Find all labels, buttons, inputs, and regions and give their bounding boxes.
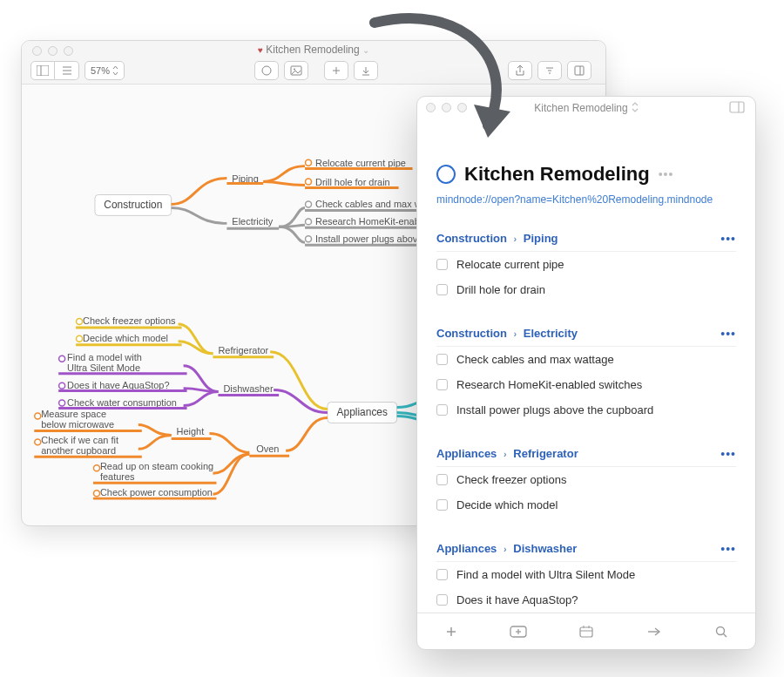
- node-construction[interactable]: Construction: [104, 199, 162, 211]
- zoom-dot[interactable]: [457, 103, 467, 112]
- view-mode-segment: [30, 61, 84, 80]
- heading-appliances-dishwasher[interactable]: Appliances › Dishwasher •••: [436, 542, 736, 562]
- task-title: Drill hole for drain: [456, 283, 545, 296]
- leaf-check-freezer[interactable]: Check freezer options: [83, 315, 176, 326]
- chevron-right-icon: ›: [514, 234, 517, 244]
- task-checkbox[interactable]: [436, 594, 448, 606]
- download-icon-button[interactable]: [354, 61, 378, 80]
- task-row[interactable]: Check freezer options: [436, 467, 736, 492]
- leaf-power-cons[interactable]: Check power consumption: [100, 487, 213, 498]
- heading-menu-icon[interactable]: •••: [720, 232, 736, 246]
- leaf-ultra-silent-l1[interactable]: Find a model with: [67, 352, 142, 362]
- leaf-relocate-pipe[interactable]: Relocate current pipe: [315, 158, 406, 168]
- node-dishwasher[interactable]: Dishwasher: [223, 383, 273, 394]
- task-row[interactable]: Install power plugs above the cupboard: [436, 397, 736, 423]
- task-row[interactable]: Does it have AquaStop?: [436, 587, 736, 613]
- zoom-level-stepper[interactable]: 57%: [84, 61, 125, 80]
- search-button[interactable]: [707, 621, 735, 642]
- leaf-decide-model[interactable]: Decide which model: [83, 333, 168, 343]
- calendar-button[interactable]: [572, 621, 600, 642]
- move-button[interactable]: [640, 621, 668, 642]
- heading-menu-icon[interactable]: •••: [720, 327, 736, 341]
- task-row[interactable]: Decide which model: [436, 492, 736, 518]
- heading-path-a: Construction: [436, 327, 507, 340]
- title-sort-chevron-icon[interactable]: [632, 102, 639, 114]
- toolbar-center-group: [254, 61, 383, 80]
- svg-point-5: [262, 66, 271, 75]
- heading-path-b: Refrigerator: [513, 447, 578, 460]
- task-row[interactable]: Find a model with Ultra Silent Mode: [436, 562, 736, 587]
- plus-icon-button[interactable]: [324, 61, 348, 80]
- things-content: Kitchen Remodeling ••• mindnode://open?n…: [417, 119, 755, 613]
- sidebar-toggle-icon[interactable]: [729, 101, 747, 115]
- close-dot[interactable]: [426, 103, 436, 112]
- chevron-right-icon: ›: [504, 449, 507, 459]
- project-progress-circle-icon[interactable]: [436, 165, 456, 184]
- svg-point-19: [306, 201, 312, 207]
- new-heading-button[interactable]: [504, 621, 532, 642]
- new-todo-button[interactable]: [437, 621, 465, 642]
- leaf-measure-space-l1[interactable]: Measure space: [41, 409, 106, 419]
- title-dropdown-chevron-icon[interactable]: ⌄: [362, 45, 369, 55]
- svg-point-28: [77, 318, 83, 324]
- favorite-icon: ♥: [258, 45, 263, 55]
- document-title: Kitchen Remodeling: [266, 44, 359, 56]
- project-menu-icon[interactable]: •••: [659, 167, 674, 181]
- heading-construction-electricity[interactable]: Construction › Electricity •••: [436, 327, 736, 347]
- things-toolbar: [417, 613, 755, 649]
- task-row[interactable]: Research HomeKit-enabled switches: [436, 372, 736, 397]
- task-checkbox[interactable]: [436, 569, 448, 580]
- task-row[interactable]: Relocate current pipe: [436, 252, 736, 277]
- svg-rect-48: [730, 102, 744, 112]
- node-piping[interactable]: Piping: [232, 173, 258, 184]
- heading-path-a: Appliances: [436, 542, 497, 555]
- mindmap-view-button[interactable]: [55, 61, 79, 80]
- project-title[interactable]: Kitchen Remodeling: [464, 163, 650, 186]
- node-electricity[interactable]: Electricity: [232, 216, 273, 227]
- share-icon-button[interactable]: [508, 61, 532, 80]
- outline-view-button[interactable]: [30, 61, 55, 80]
- svg-point-7: [294, 69, 295, 71]
- leaf-drill-hole[interactable]: Drill hole for drain: [315, 177, 390, 187]
- task-row[interactable]: Check cables and max wattage: [436, 347, 736, 372]
- heading-path-b: Electricity: [524, 327, 578, 340]
- image-icon-button[interactable]: [284, 61, 308, 80]
- project-notes-link[interactable]: mindnode://open?name=Kitchen%20Remodelin…: [436, 193, 736, 207]
- task-checkbox[interactable]: [436, 259, 448, 270]
- task-title: Does it have AquaStop?: [456, 593, 578, 606]
- filter-icon-button[interactable]: [537, 61, 562, 80]
- heading-menu-icon[interactable]: •••: [720, 447, 736, 461]
- task-icon-button[interactable]: [254, 61, 279, 80]
- leaf-steam-cooking-l1[interactable]: Read up on steam cooking: [100, 461, 213, 471]
- heading-path-b: Piping: [524, 232, 558, 245]
- minimize-dot[interactable]: [442, 103, 451, 112]
- task-row[interactable]: Drill hole for drain: [436, 277, 736, 302]
- node-oven[interactable]: Oven: [256, 443, 279, 454]
- inspector-icon-button[interactable]: [567, 61, 591, 80]
- svg-rect-10: [575, 66, 584, 75]
- node-refrigerator[interactable]: Refrigerator: [218, 345, 268, 355]
- zoom-value: 57%: [91, 65, 110, 76]
- leaf-aquastop[interactable]: Does it have AquaStop?: [67, 380, 169, 390]
- svg-rect-55: [580, 627, 592, 637]
- heading-menu-icon[interactable]: •••: [720, 542, 736, 556]
- node-height[interactable]: Height: [177, 426, 205, 437]
- heading-appliances-refrigerator[interactable]: Appliances › Refrigerator •••: [436, 447, 736, 467]
- leaf-water-cons[interactable]: Check water consumption: [67, 397, 177, 408]
- task-title: Relocate current pipe: [456, 258, 564, 271]
- leaf-measure-space-l2: below microwave: [41, 419, 114, 430]
- heading-construction-piping[interactable]: Construction › Piping •••: [436, 232, 736, 252]
- leaf-fit-cupboard-l1[interactable]: Check if we can fit: [41, 435, 118, 445]
- svg-point-16: [306, 179, 312, 185]
- leaf-fit-cupboard-l2: another cupboard: [41, 445, 116, 456]
- svg-point-41: [35, 413, 41, 419]
- task-checkbox[interactable]: [436, 499, 448, 511]
- things-titlebar: Kitchen Remodeling: [417, 97, 755, 119]
- task-checkbox[interactable]: [436, 379, 448, 390]
- svg-point-43: [35, 439, 41, 445]
- task-checkbox[interactable]: [436, 354, 448, 365]
- task-checkbox[interactable]: [436, 404, 448, 416]
- task-checkbox[interactable]: [436, 284, 448, 295]
- node-appliances[interactable]: Appliances: [337, 406, 388, 418]
- task-checkbox[interactable]: [436, 474, 448, 485]
